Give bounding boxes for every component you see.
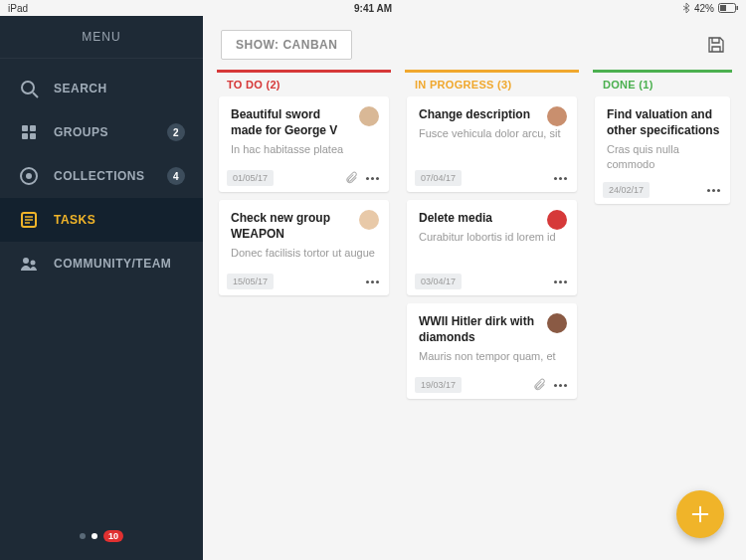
column-todo: TO DO (2)Beautiful sword made for George… [217,70,391,546]
nav: SEARCHGROUPS2COLLECTIONS4TASKSCOMMUNITY/… [0,59,203,512]
battery-icon [718,3,738,13]
collections-icon [18,165,40,187]
search-icon [18,78,40,99]
svg-rect-6 [22,133,28,139]
save-icon [707,36,725,54]
task-card[interactable]: Change descriptionFusce vehicula dolor a… [407,96,577,192]
svg-rect-2 [720,5,726,11]
menu-header: MENU [0,16,203,59]
card-title: Beautiful sword made for George V [231,106,377,138]
battery-pct: 42% [694,3,714,14]
card-subtitle: Mauris non tempor quam, et [419,349,565,364]
date-chip: 01/05/17 [227,170,274,186]
column-done: DONE (1)Find valuation and other specifi… [593,70,732,546]
nav-item-tasks[interactable]: TASKS [0,198,203,242]
pager[interactable]: 10 [0,512,203,560]
date-chip: 24/02/17 [603,182,650,198]
card-title: Change description [419,106,565,122]
pager-dot[interactable] [80,533,86,539]
status-bar: iPad 9:41 AM 42% [0,0,746,16]
card-subtitle: Fusce vehicula dolor arcu, sit [419,126,565,141]
sidebar: MENU SEARCHGROUPS2COLLECTIONS4TASKSCOMMU… [0,16,203,560]
bluetooth-icon [682,3,690,13]
attachment-icon [344,171,358,185]
attachment-icon [532,378,546,392]
save-button[interactable] [704,33,728,57]
clock: 9:41 AM [354,3,392,14]
task-card[interactable]: WWII Hitler dirk with diamondsMauris non… [407,303,577,399]
nav-item-search[interactable]: SEARCH [0,67,203,110]
nav-badge: 4 [167,167,185,185]
card-title: WWII Hitler dirk with diamonds [419,313,565,345]
column-header: TO DO (2) [217,70,391,96]
nav-label: COLLECTIONS [54,169,167,183]
add-button[interactable] [676,490,724,538]
card-title: Check new group WEAPON [231,210,377,242]
main: SHOW: CANBAN TO DO (2)Beautiful sword ma… [203,16,746,560]
nav-label: COMMUNITY/TEAM [54,257,185,271]
card-title: Delete media [419,210,565,226]
avatar [547,313,567,333]
more-icon[interactable] [364,175,381,182]
card-subtitle: In hac habitasse platea [231,142,377,157]
card-subtitle: Curabitur lobortis id lorem id [419,230,565,245]
plus-icon [689,503,711,525]
nav-item-groups[interactable]: GROUPS2 [0,110,203,154]
column-header: IN PROGRESS (3) [405,70,579,96]
pager-badge: 10 [103,530,123,542]
nav-label: SEARCH [54,82,185,95]
card-subtitle: Cras quis nulla commodo [607,142,722,172]
svg-point-9 [26,173,32,179]
svg-point-3 [22,82,34,93]
more-icon[interactable] [552,382,569,389]
avatar [359,106,379,126]
pager-dot-active[interactable] [92,533,97,539]
task-card[interactable]: Beautiful sword made for George VIn hac … [219,96,389,192]
card-title: Find valuation and other specifications [607,106,722,138]
date-chip: 15/05/17 [227,274,274,289]
avatar [547,210,567,230]
avatar [359,210,379,230]
svg-rect-7 [30,133,36,139]
nav-item-community[interactable]: COMMUNITY/TEAM [0,242,203,285]
svg-point-11 [23,258,29,264]
nav-label: TASKS [54,213,185,227]
more-icon[interactable] [364,279,381,285]
svg-rect-5 [30,125,36,131]
date-chip: 19/03/17 [415,377,462,393]
task-card[interactable]: Delete mediaCurabitur lobortis id lorem … [407,200,577,295]
topbar: SHOW: CANBAN [203,16,746,70]
groups-icon [18,121,40,143]
date-chip: 07/04/17 [415,170,462,186]
task-card[interactable]: Find valuation and other specificationsC… [595,96,730,204]
show-mode-button[interactable]: SHOW: CANBAN [221,30,352,60]
kanban-board: TO DO (2)Beautiful sword made for George… [203,70,746,560]
task-card[interactable]: Check new group WEAPONDonec facilisis to… [219,200,389,295]
date-chip: 03/04/17 [415,274,462,289]
svg-point-12 [31,261,36,266]
status-right: 42% [682,3,738,14]
tasks-icon [18,209,40,231]
nav-badge: 2 [167,123,185,141]
community-icon [18,253,40,275]
column-header: DONE (1) [593,70,732,96]
svg-rect-4 [22,125,28,131]
more-icon[interactable] [552,175,569,182]
svg-rect-1 [737,6,739,10]
column-progress: IN PROGRESS (3)Change descriptionFusce v… [405,70,579,546]
more-icon[interactable] [705,187,722,194]
device-label: iPad [8,3,28,14]
more-icon[interactable] [552,279,569,285]
avatar [547,106,567,126]
card-subtitle: Donec facilisis tortor ut augue [231,246,377,261]
nav-label: GROUPS [54,125,167,139]
nav-item-collections[interactable]: COLLECTIONS4 [0,154,203,198]
